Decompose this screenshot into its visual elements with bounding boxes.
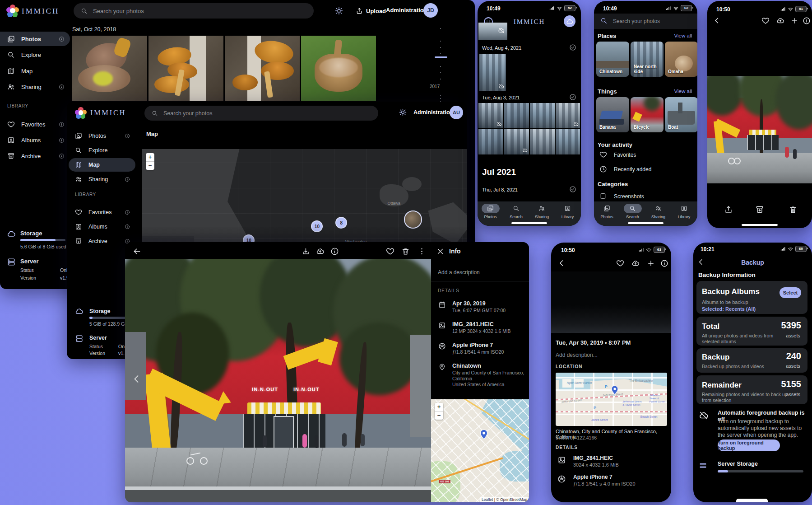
administration-link[interactable]: Administration [413,109,453,116]
map-zoom-control[interactable]: + − [435,403,443,420]
home-indicator[interactable] [511,222,547,224]
trash-icon[interactable] [789,205,798,214]
select-all-icon[interactable] [569,94,576,101]
place-card-omaha[interactable]: Omaha [665,42,697,77]
photo-innout-storefront[interactable] [707,76,812,183]
info-icon[interactable] [803,17,811,25]
photo-thumbnail[interactable] [478,103,503,128]
places-view-all-link[interactable]: View all [674,33,692,38]
info-icon[interactable] [59,122,65,127]
place-card-chinatown[interactable]: Chinatown [596,42,629,77]
category-screenshots[interactable]: Screenshots [614,193,644,200]
thing-card-banana[interactable]: Banana [596,97,629,132]
nav-library[interactable]: Library [671,204,697,219]
info-icon[interactable] [125,133,130,139]
zoom-out-button[interactable]: − [146,162,154,170]
nav-search[interactable]: Search [620,204,645,219]
sidebar-item-explore[interactable]: Explore [69,144,135,157]
photo-mushroom-1[interactable] [72,36,147,101]
sidebar-item-albums[interactable]: Albums [0,133,70,147]
info-icon[interactable] [59,153,65,159]
home-indicator[interactable] [628,222,664,224]
nav-library[interactable]: Library [555,204,580,219]
nav-sharing[interactable]: Sharing [645,204,671,219]
sidebar-item-favorites[interactable]: Favorites [69,206,135,219]
detail-place[interactable]: Chinatown [452,363,481,369]
favorite-icon[interactable] [386,247,394,256]
sidebar-item-sharing[interactable]: Sharing [0,79,70,94]
select-all-icon[interactable] [569,186,576,193]
sidebar-item-favorites[interactable]: Favorites [0,117,70,131]
photo-thumbnail[interactable] [556,103,580,128]
select-button[interactable]: Select [780,287,801,298]
photo-thumbnail[interactable] [530,129,555,154]
upload-button[interactable]: Upload [356,5,386,16]
more-options-icon[interactable] [418,247,426,256]
share-icon[interactable] [724,205,733,214]
map-attribution[interactable]: Leaflet | © OpenStreetMap [480,497,529,502]
nav-search[interactable]: Search [503,204,529,219]
activity-favorites[interactable]: Favorites [614,152,636,158]
things-view-all-link[interactable]: View all [674,89,692,94]
activity-recently-added[interactable]: Recently added [614,166,651,173]
sidebar-item-photos[interactable]: Photos [0,32,70,46]
trash-icon[interactable] [401,247,410,256]
cloud-upload-icon[interactable] [316,247,325,256]
previous-photo-icon[interactable] [131,374,142,384]
close-icon[interactable] [436,248,444,255]
photo-thumbnail[interactable] [478,129,503,154]
info-icon[interactable] [125,210,130,215]
avatar[interactable]: AU [450,106,463,119]
avatar-with-sync[interactable] [564,15,575,27]
cloud-upload-icon[interactable] [776,17,784,25]
photo-mushroom-2[interactable] [148,36,223,101]
favorite-icon[interactable] [616,259,624,267]
photo-mushroom-3[interactable] [225,36,300,101]
photo-thumbnail[interactable] [504,103,529,128]
thing-card-boat[interactable]: Boat [665,97,697,132]
map-zoom-control[interactable]: + − [146,153,154,170]
info-icon[interactable] [59,36,65,42]
nav-photos[interactable]: Photos [594,204,620,219]
select-all-icon[interactable] [569,44,576,51]
zoom-out-button[interactable]: − [435,411,443,420]
sidebar-item-map[interactable]: Map [69,158,135,172]
sidebar-item-albums[interactable]: Albums [69,220,135,234]
nav-sharing[interactable]: Sharing [529,204,555,219]
search-input[interactable]: Search your photos [144,106,378,121]
thing-card-bicycle[interactable]: Bicycle [631,97,664,132]
sidebar-item-photos[interactable]: Photos [69,129,135,143]
info-icon[interactable] [330,247,339,256]
photo-mushroom-basket[interactable] [301,36,376,101]
info-icon[interactable] [59,84,65,90]
add-icon[interactable] [790,17,798,25]
info-icon[interactable] [59,137,65,143]
search-input[interactable]: Search your photos [74,3,314,19]
photo-thumbnail[interactable] [504,129,529,154]
photo-thumbnail[interactable] [478,23,507,40]
zoom-in-button[interactable]: + [146,153,154,162]
zoom-in-button[interactable]: + [435,403,443,411]
add-description-field[interactable]: Add a description [438,269,480,276]
turn-on-backup-button[interactable]: Turn on foreground backup [718,440,780,451]
search-placeholder[interactable]: Search your photos [613,18,660,24]
administration-link[interactable]: Administration [386,7,427,14]
back-icon[interactable] [713,16,721,25]
home-indicator[interactable] [742,224,778,226]
photo-thumbnail[interactable] [530,103,555,128]
add-description-field[interactable]: Add description... [556,352,598,358]
place-card-near-north-side[interactable]: Near north side [631,42,664,77]
download-icon[interactable] [302,247,310,256]
photo-innout-storefront[interactable]: IN-N-OUT IN-N-OUT [125,259,431,502]
photo-thumbnail[interactable] [479,54,506,91]
back-icon[interactable] [557,259,566,267]
theme-toggle-icon[interactable] [399,108,407,116]
favorite-icon[interactable] [761,17,770,25]
sidebar-item-archive[interactable]: Archive [0,149,70,163]
add-icon[interactable] [647,259,655,267]
sidebar-item-explore[interactable]: Explore [0,47,70,62]
archive-icon[interactable] [755,205,764,214]
nav-photos[interactable]: Photos [478,204,503,219]
info-icon[interactable] [125,177,130,182]
theme-toggle-icon[interactable] [335,7,343,15]
